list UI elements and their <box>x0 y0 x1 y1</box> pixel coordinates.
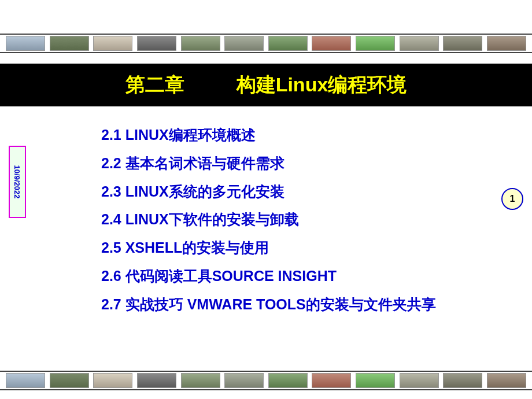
toc-item: 2.5 XSHELL的安装与使用 <box>101 234 532 262</box>
toc-item: 2.6 代码阅读工具SOURCE INSIGHT <box>101 262 532 290</box>
toc-item: 2.1 LINUX编程环境概述 <box>101 121 532 149</box>
thumbnail-image <box>224 36 264 51</box>
thumbnail-image <box>137 36 176 51</box>
chapter-title-bar: 第二章 构建Linux编程环境 <box>0 64 532 106</box>
thumbnail-image <box>487 36 526 51</box>
thumbnail-image <box>400 36 439 51</box>
thumbnail-image <box>268 36 308 51</box>
thumbnail-image <box>93 36 132 51</box>
thumbnail-image <box>268 373 308 388</box>
page-number-badge: 1 <box>501 188 523 210</box>
table-of-contents: 2.1 LINUX编程环境概述 2.2 基本名词术语与硬件需求 2.3 LINU… <box>0 106 532 318</box>
thumbnail-image <box>224 373 264 388</box>
thumbnail-image <box>400 373 439 388</box>
toc-item: 2.4 LINUX下软件的安装与卸载 <box>101 205 532 234</box>
thumbnail-strip-bottom <box>0 371 532 390</box>
thumbnail-image <box>50 373 89 388</box>
toc-item: 2.7 实战技巧 VMWARE TOOLS的安装与文件夹共享 <box>101 290 532 319</box>
thumbnail-image <box>356 373 395 388</box>
thumbnail-image <box>312 36 351 51</box>
thumbnail-image <box>6 373 45 388</box>
date-text: 10/9/2022 <box>13 165 22 199</box>
thumbnail-image <box>93 373 132 388</box>
toc-item: 2.3 LINUX系统的多元化安装 <box>101 178 532 206</box>
chapter-name: 构建Linux编程环境 <box>237 72 407 98</box>
date-box: 10/9/2022 <box>9 146 26 218</box>
thumbnail-image <box>356 36 395 51</box>
thumbnail-image <box>6 36 45 51</box>
thumbnail-image <box>487 373 526 388</box>
thumbnail-image <box>312 373 351 388</box>
page-number-text: 1 <box>510 194 515 204</box>
thumbnail-image <box>443 373 482 388</box>
thumbnail-strip-top <box>0 34 532 53</box>
thumbnail-image <box>137 373 176 388</box>
thumbnail-image <box>443 36 482 51</box>
chapter-number: 第二章 <box>125 72 184 98</box>
thumbnail-image <box>181 373 220 388</box>
thumbnail-image <box>50 36 89 51</box>
toc-item: 2.2 基本名词术语与硬件需求 <box>101 149 532 178</box>
thumbnail-image <box>181 36 220 51</box>
